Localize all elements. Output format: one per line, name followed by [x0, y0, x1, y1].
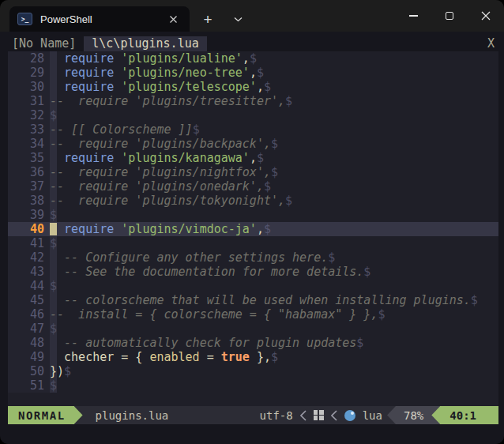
code-line[interactable]: 35 require 'plugins/kanagawa',$ [8, 151, 498, 165]
minimize-icon [409, 15, 418, 17]
token-com: -- require 'plugins/onedark', [50, 179, 264, 194]
token-com: -- require 'plugins/nightfox', [50, 165, 271, 179]
line-text: require 'plugins/neo-tree',$ [50, 66, 264, 80]
line-text: $ [50, 378, 57, 393]
line-number: 35 [8, 151, 50, 165]
close-button[interactable] [468, 0, 504, 32]
eol-marker: $ [257, 151, 264, 165]
editor-area[interactable]: 28 require 'plugins/lualine',$29 require… [8, 51, 498, 406]
token-bool: true [221, 350, 250, 364]
token-com: -- require 'plugins/tokyonight', [50, 194, 285, 208]
token-kw: require [64, 51, 114, 66]
token-com: -- See the documentation for more detail… [50, 265, 363, 279]
code-line[interactable]: 48 -- automatically check for plugin upd… [8, 336, 498, 350]
line-number: 51 [8, 378, 50, 393]
line-text: $ [50, 279, 57, 293]
code-line[interactable]: 42 -- Configure any other settings here.… [8, 250, 498, 265]
terminal-tab-powershell[interactable]: >_ PowerShell [9, 6, 190, 32]
token-pun: , [257, 80, 264, 94]
code-line[interactable]: 45 -- colorscheme that will be used when… [8, 293, 498, 307]
token-pun: , [250, 151, 257, 165]
powershell-icon: >_ [17, 13, 32, 25]
line-number: 32 [8, 108, 50, 122]
code-line[interactable]: 33-- [[ Colorscheme ]]$ [8, 122, 498, 137]
token-pun: , [243, 51, 250, 66]
code-line[interactable]: 38-- require 'plugins/tokyonight',$ [8, 194, 498, 208]
code-line[interactable]: 37-- require 'plugins/onedark',$ [8, 179, 498, 194]
token-pun: = [200, 350, 221, 364]
encoding-label: utf-8 [260, 409, 293, 422]
eol-marker: $ [50, 322, 57, 336]
code-line[interactable]: 47$ [8, 322, 498, 336]
code-lines: 28 require 'plugins/lualine',$29 require… [8, 51, 498, 393]
buffer-tab-plugins-lua[interactable]: l\c\plugins.lua [84, 36, 206, 51]
token-kw: require [64, 66, 114, 80]
code-line[interactable]: 40 require 'plugins/vimdoc-ja',$ [8, 222, 498, 236]
token-kw: require [64, 222, 114, 236]
code-line[interactable]: 43 -- See the documentation for more det… [8, 265, 498, 279]
code-line[interactable]: 49 checher = { enabled = true },$ [8, 350, 498, 364]
code-line[interactable]: 44$ [8, 279, 498, 293]
lua-filetype-icon [344, 410, 355, 421]
tab-dropdown-button[interactable] [226, 7, 250, 31]
code-line[interactable]: 31-- require 'plugins/treesitter',$ [8, 94, 498, 108]
line-number: 46 [8, 307, 50, 322]
line-text: $ [50, 322, 57, 336]
tab-close-button[interactable] [164, 10, 182, 28]
token-pun: , [257, 222, 264, 236]
code-line[interactable]: 39$ [8, 208, 498, 222]
line-text: })$ [50, 364, 71, 378]
code-line[interactable]: 46-- install = { colorscheme = { "habama… [8, 307, 498, 322]
minimize-button[interactable] [395, 0, 431, 32]
tabline-close-button[interactable]: X [487, 36, 498, 51]
buffer-tab-noname[interactable]: [No Name] [8, 36, 84, 51]
code-line[interactable]: 28 require 'plugins/lualine',$ [8, 51, 498, 66]
statusline: NORMAL plugins.lua utf-8 lua 78% [8, 406, 498, 424]
token-pun: , [250, 66, 257, 80]
eol-marker: $ [264, 222, 271, 236]
filetype-label: lua [363, 409, 382, 422]
line-number: 40 [8, 222, 50, 236]
chevron-left-icon [331, 410, 337, 421]
token-com: -- require 'plugins/backpack', [50, 137, 271, 151]
close-icon [169, 15, 178, 24]
mode-indicator: NORMAL [8, 406, 74, 424]
eol-marker: $ [328, 250, 335, 265]
code-line[interactable]: 29 require 'plugins/neo-tree',$ [8, 66, 498, 80]
maximize-button[interactable] [431, 0, 468, 32]
token-kw: require [64, 151, 114, 165]
code-line[interactable]: 34-- require 'plugins/backpack',$ [8, 137, 498, 151]
code-line[interactable]: 50})$ [8, 364, 498, 378]
code-line[interactable]: 41$ [8, 236, 498, 250]
eol-marker: $ [264, 80, 271, 94]
token-pun [114, 66, 121, 80]
statusline-right: utf-8 lua [260, 406, 387, 424]
powerline-arrow-left-icon [387, 406, 396, 424]
terminal-window: >_ PowerShell + [No Name] l\c\plugins.lu… [0, 0, 504, 444]
line-number: 49 [8, 350, 50, 364]
token-pun [114, 80, 121, 94]
token-str: 'plugins/kanagawa' [121, 151, 250, 165]
line-number: 37 [8, 179, 50, 194]
neovim-grid: [No Name] l\c\plugins.lua X 28 require '… [8, 36, 498, 439]
line-number: 33 [8, 122, 50, 137]
eol-marker: $ [271, 165, 278, 179]
eol-marker: $ [363, 265, 370, 279]
statusline-end: 40:1 [431, 406, 498, 424]
code-line[interactable]: 32$ [8, 108, 498, 122]
eol-marker: $ [257, 66, 264, 80]
eol-marker: $ [64, 364, 71, 378]
new-tab-button[interactable]: + [196, 7, 220, 31]
code-line[interactable]: 36-- require 'plugins/nightfox',$ [8, 165, 498, 179]
token-pun [50, 222, 64, 236]
window-controls [395, 0, 504, 32]
token-pun [50, 51, 64, 66]
line-number: 48 [8, 336, 50, 350]
token-com: -- colorscheme that will be used when in… [50, 293, 471, 307]
code-line[interactable]: 51$ [8, 378, 498, 393]
eol-marker: $ [50, 378, 57, 393]
command-line[interactable] [8, 424, 498, 439]
line-text: require 'plugins/vimdoc-ja',$ [50, 222, 271, 236]
code-line[interactable]: 30 require 'plugins/telescope',$ [8, 80, 498, 94]
buffer-tabline: [No Name] l\c\plugins.lua X [8, 36, 498, 51]
